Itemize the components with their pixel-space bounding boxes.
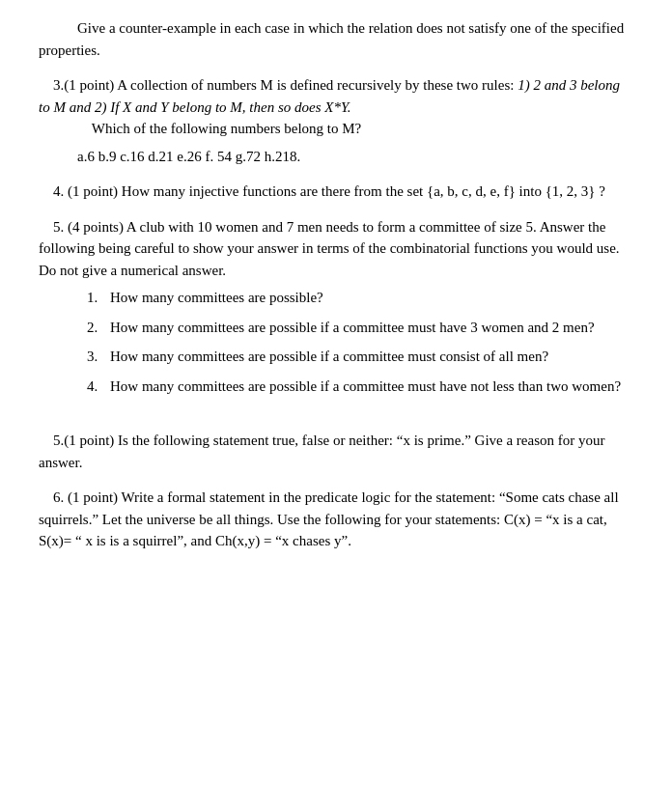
q5-sub3-num: 3. — [87, 346, 110, 368]
intro-paragraph: Give a counter-example in each case in w… — [39, 17, 633, 61]
q5-sub3: 3. How many committees are possible if a… — [87, 346, 633, 368]
q6-main: Write a formal statement in the predicat… — [39, 489, 619, 548]
question-3: 3.(1 point) A collection of numbers M is… — [39, 74, 633, 167]
q5-sub4-text: How many committees are possible if a co… — [110, 376, 633, 398]
q5-sublist: 1. How many committees are possible? 2. … — [87, 287, 633, 397]
q5b-main: Is the following statement true, false o… — [39, 433, 605, 470]
q3-choices: a.6 b.9 c.16 d.21 e.26 f. 54 g.72 h.218. — [77, 146, 633, 168]
q5b-points: (1 point) — [64, 433, 114, 448]
q6-label: 6. — [53, 489, 64, 505]
q4-label: 4. — [53, 183, 64, 199]
q3-text-before: A collection of numbers M is defined rec… — [114, 77, 518, 93]
q5-label: 5. — [53, 219, 64, 235]
q5-points: (4 points) — [68, 219, 124, 235]
q5-sub1-num: 1. — [87, 287, 110, 309]
q6-text: 6. (1 point) Write a formal statement in… — [39, 487, 633, 552]
q4-text: 4. (1 point) How many injective function… — [39, 181, 633, 203]
question-5-main: 5. (4 points) A club with 10 women and 7… — [39, 216, 633, 398]
q5-sub2: 2. How many committees are possible if a… — [87, 317, 633, 339]
q5-sub1-text: How many committees are possible? — [110, 287, 633, 309]
q3-which: Which of the following numbers belong to… — [77, 118, 633, 140]
q5b-text: 5.(1 point) Is the following statement t… — [39, 430, 633, 473]
question-5b: 5.(1 point) Is the following statement t… — [39, 430, 633, 473]
q5-sub1: 1. How many committees are possible? — [87, 287, 633, 309]
q4-points: (1 point) — [68, 183, 118, 199]
q5-sub4-num: 4. — [87, 376, 110, 398]
q6-points: (1 point) — [68, 489, 118, 505]
q3-label: 3. — [53, 77, 64, 93]
q5-text: 5. (4 points) A club with 10 women and 7… — [39, 216, 633, 282]
q5-main: A club with 10 women and 7 men needs to … — [39, 219, 620, 278]
q5-sub2-num: 2. — [87, 317, 110, 339]
q5-sub3-text: How many committees are possible if a co… — [110, 346, 633, 368]
question-4: 4. (1 point) How many injective function… — [39, 181, 633, 203]
q5-sub4: 4. How many committees are possible if a… — [87, 376, 633, 398]
q5b-label: 5. — [53, 433, 64, 448]
q5-sub2-text: How many committees are possible if a co… — [110, 317, 633, 339]
question-6: 6. (1 point) Write a formal statement in… — [39, 487, 633, 552]
q3-points: (1 point) — [64, 77, 114, 93]
page-content: Give a counter-example in each case in w… — [39, 17, 633, 552]
q3-text: 3.(1 point) A collection of numbers M is… — [39, 74, 633, 118]
q4-main: How many injective functions are there f… — [118, 183, 605, 199]
